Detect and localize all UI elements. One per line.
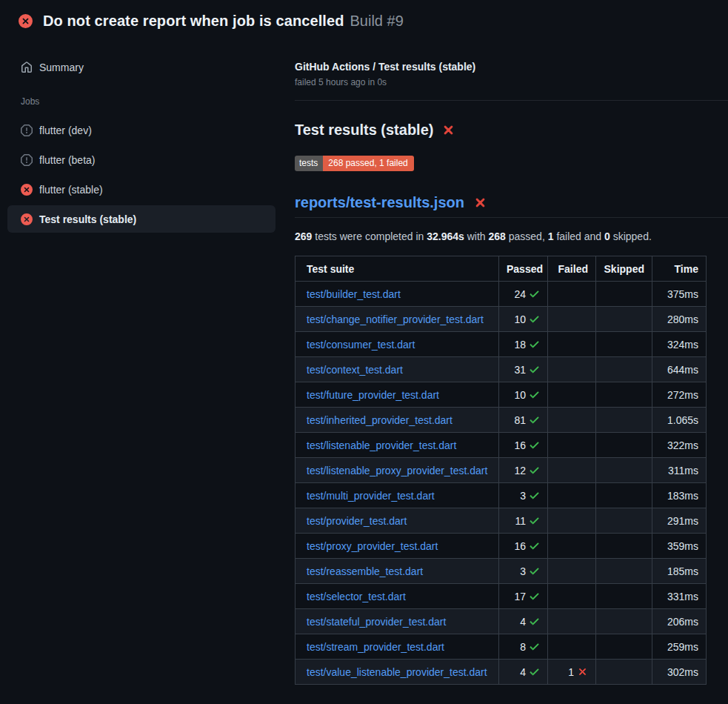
skipped-cell (596, 584, 652, 609)
sidebar-job-item[interactable]: Test results (stable) (7, 205, 275, 233)
table-row: test/proxy_provider_test.dart16359ms (295, 534, 707, 559)
skipped-cell (596, 408, 652, 433)
failed-cell (548, 534, 596, 559)
skipped-cell (596, 483, 652, 508)
check-icon (529, 641, 540, 652)
passed-cell: 10 (499, 382, 548, 408)
section-heading: Test results (stable) (295, 122, 728, 139)
table-row: test/multi_provider_test.dart3183ms (295, 483, 707, 508)
test-suite-link[interactable]: test/multi_provider_test.dart (307, 490, 435, 502)
test-suite-link[interactable]: test/listenable_proxy_provider_test.dart (307, 465, 487, 476)
x-circle-icon (21, 184, 33, 196)
tests-badge: tests 268 passed, 1 failed (295, 156, 414, 171)
time-cell: 272ms (652, 382, 707, 408)
test-suite-link[interactable]: test/selector_test.dart (307, 591, 406, 602)
time-cell: 331ms (652, 584, 707, 609)
divider (295, 100, 728, 101)
sidebar-job-item[interactable]: flutter (dev) (7, 116, 275, 144)
test-suite-link[interactable]: test/context_test.dart (307, 364, 403, 376)
table-row: test/consumer_test.dart18324ms (295, 332, 707, 357)
passed-cell: 16 (499, 534, 548, 559)
test-suite-link[interactable]: test/future_provider_test.dart (307, 389, 439, 401)
report-heading: reports/test-results.json (295, 194, 728, 218)
summary-total: 269 (295, 230, 312, 242)
suite-cell: test/builder_test.dart (295, 282, 499, 307)
suite-cell: test/consumer_test.dart (295, 332, 499, 357)
passed-cell: 8 (499, 634, 548, 660)
test-suite-link[interactable]: test/inherited_provider_test.dart (307, 414, 453, 426)
skipped-cell (596, 609, 652, 634)
failed-x-circle-icon (19, 14, 33, 28)
check-icon (529, 565, 540, 577)
passed-cell-value: 11 (515, 515, 526, 527)
table-row: test/inherited_provider_test.dart811.065… (295, 408, 707, 433)
check-icon (529, 339, 540, 350)
breadcrumb: GitHub Actions / Test results (stable) (295, 61, 728, 73)
check-icon (529, 666, 540, 677)
jobs-section-label: Jobs (21, 96, 275, 107)
suite-cell: test/listenable_provider_test.dart (295, 433, 499, 458)
results-table-body: test/builder_test.dart24375mstest/change… (295, 282, 707, 685)
check-icon (529, 465, 540, 476)
test-suite-link[interactable]: test/reassemble_test.dart (307, 565, 423, 577)
failed-cell (548, 382, 596, 408)
test-suite-link[interactable]: test/listenable_provider_test.dart (307, 439, 456, 451)
passed-cell: 3 (499, 559, 548, 584)
table-row: test/selector_test.dart17331ms (295, 584, 707, 609)
sidebar-job-label: flutter (stable) (39, 184, 103, 196)
test-suite-link[interactable]: test/stateful_provider_test.dart (307, 616, 446, 628)
test-suite-link[interactable]: test/builder_test.dart (307, 288, 401, 300)
failed-x-icon (441, 123, 455, 137)
passed-cell-value: 10 (514, 389, 526, 401)
sidebar-job-label: Test results (stable) (39, 213, 136, 225)
test-suite-link[interactable]: test/consumer_test.dart (307, 339, 415, 351)
failed-cell (548, 559, 596, 584)
passed-cell-value: 16 (514, 540, 526, 552)
stop-icon (21, 154, 33, 166)
passed-cell-value: 81 (514, 414, 526, 426)
failed-cell (548, 609, 596, 634)
suite-cell: test/provider_test.dart (295, 508, 499, 534)
test-suite-link[interactable]: test/change_notifier_provider_test.dart (307, 313, 484, 325)
build-number: Build #9 (350, 13, 404, 30)
table-row: test/change_notifier_provider_test.dart1… (295, 307, 707, 332)
passed-cell-value: 31 (514, 364, 526, 376)
sidebar-job-item[interactable]: flutter (beta) (7, 146, 275, 173)
passed-cell: 3 (499, 483, 548, 508)
suite-cell: test/proxy_provider_test.dart (295, 534, 499, 559)
time-cell: 311ms (652, 458, 707, 483)
skipped-cell (596, 433, 652, 458)
sidebar-job-item[interactable]: flutter (stable) (7, 176, 275, 203)
suite-cell: test/stream_provider_test.dart (295, 634, 499, 660)
table-row: test/stateful_provider_test.dart4206ms (295, 609, 707, 634)
failed-cell (548, 483, 596, 508)
column-header-passed: Passed (499, 256, 548, 282)
column-header-skipped: Skipped (596, 256, 652, 282)
skipped-cell (596, 307, 652, 332)
skipped-cell (596, 559, 652, 584)
passed-cell-value: 3 (520, 565, 526, 577)
report-file-link[interactable]: reports/test-results.json (295, 194, 464, 211)
sidebar-item-summary[interactable]: Summary (7, 56, 275, 79)
skipped-cell (596, 282, 652, 307)
skipped-cell (596, 534, 652, 559)
time-cell: 185ms (652, 559, 707, 584)
passed-cell-value: 18 (514, 339, 526, 351)
time-cell: 1.065s (652, 408, 707, 433)
section-title: Test results (stable) (295, 122, 433, 139)
table-header-row: Test suitePassedFailedSkippedTime (295, 256, 707, 282)
passed-cell: 12 (499, 458, 548, 483)
test-suite-link[interactable]: test/proxy_provider_test.dart (307, 540, 438, 552)
check-icon (529, 389, 540, 400)
stop-icon (21, 124, 33, 136)
passed-cell-value: 16 (514, 439, 526, 451)
test-suite-link[interactable]: test/provider_test.dart (307, 515, 407, 527)
time-cell: 291ms (652, 508, 707, 534)
passed-cell-value: 17 (514, 591, 526, 602)
skipped-cell (596, 332, 652, 357)
column-header-time: Time (652, 256, 707, 282)
suite-cell: test/context_test.dart (295, 357, 499, 382)
test-suite-link[interactable]: test/stream_provider_test.dart (307, 641, 444, 653)
summary-passed: 268 (489, 230, 506, 242)
test-suite-link[interactable]: test/value_listenable_provider_test.dart (307, 666, 487, 678)
